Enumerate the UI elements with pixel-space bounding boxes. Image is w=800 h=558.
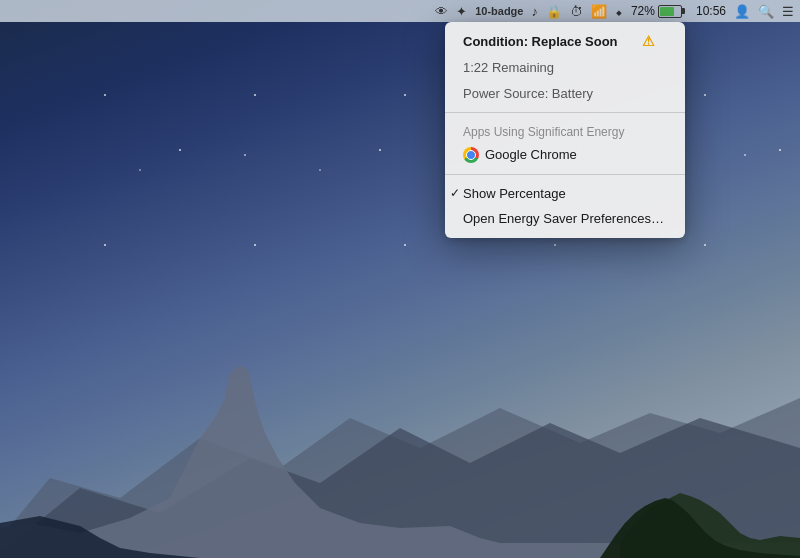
eyetv-icon[interactable]: 👁: [435, 4, 448, 19]
show-percentage-item[interactable]: ✓ Show Percentage: [445, 181, 685, 207]
music-icon[interactable]: ♪: [531, 4, 538, 19]
battery-percent-label: 72%: [631, 4, 655, 18]
apps-energy-section: Apps Using Significant Energy Google Chr…: [445, 112, 685, 174]
spotlight-icon[interactable]: 🔍: [758, 4, 774, 19]
power-source-label: Power Source: Battery: [463, 84, 593, 104]
battery-icon: [658, 5, 682, 18]
battery-fill: [660, 7, 674, 16]
battery-status-section: Condition: Replace Soon ⚠ 1:22 Remaining…: [445, 22, 685, 112]
chrome-app-label: Google Chrome: [485, 145, 577, 165]
chrome-icon: [463, 147, 479, 163]
apps-energy-label-item: Apps Using Significant Energy: [445, 119, 685, 142]
power-source-item: Power Source: Battery: [445, 81, 685, 107]
battery-indicator[interactable]: 72%: [631, 4, 682, 18]
warning-icon: ⚠: [642, 31, 655, 52]
lock-icon[interactable]: 🔒: [546, 4, 562, 19]
battery-remaining-label: 1:22 Remaining: [463, 58, 554, 78]
checkmark-icon: ✓: [450, 184, 460, 202]
mountain-silhouette: [0, 258, 800, 558]
wifi-icon[interactable]: 📶: [591, 4, 607, 19]
number-badge[interactable]: 10-badge: [475, 5, 523, 17]
dropbox-icon[interactable]: ✦: [456, 4, 467, 19]
bluetooth-icon[interactable]: ⬥: [615, 4, 623, 19]
preferences-section: ✓ Show Percentage Open Energy Saver Pref…: [445, 174, 685, 238]
battery-condition-item: Condition: Replace Soon ⚠: [445, 28, 685, 55]
time-machine-icon[interactable]: ⏱: [570, 4, 583, 19]
show-percentage-label: Show Percentage: [463, 184, 566, 204]
menubar-time: 10:56: [696, 4, 726, 18]
energy-prefs-item[interactable]: Open Energy Saver Preferences…: [445, 206, 685, 232]
user-icon[interactable]: 👤: [734, 4, 750, 19]
menubar-icons: 👁 ✦ 10-badge ♪ 🔒 ⏱ 📶 ⬥ 72% 10:56 👤 🔍 ☰: [435, 4, 794, 19]
desktop-background: 👁 ✦ 10-badge ♪ 🔒 ⏱ 📶 ⬥ 72% 10:56 👤 🔍 ☰: [0, 0, 800, 558]
battery-remaining-item: 1:22 Remaining: [445, 55, 685, 81]
menuextras-icon[interactable]: ☰: [782, 4, 794, 19]
apps-energy-section-label: Apps Using Significant Energy: [463, 123, 624, 141]
battery-dropdown-menu: Condition: Replace Soon ⚠ 1:22 Remaining…: [445, 22, 685, 238]
battery-condition-label: Condition: Replace Soon: [463, 32, 618, 52]
energy-prefs-label: Open Energy Saver Preferences…: [463, 209, 664, 229]
menubar: 👁 ✦ 10-badge ♪ 🔒 ⏱ 📶 ⬥ 72% 10:56 👤 🔍 ☰: [0, 0, 800, 22]
chrome-app-item[interactable]: Google Chrome: [445, 142, 685, 168]
